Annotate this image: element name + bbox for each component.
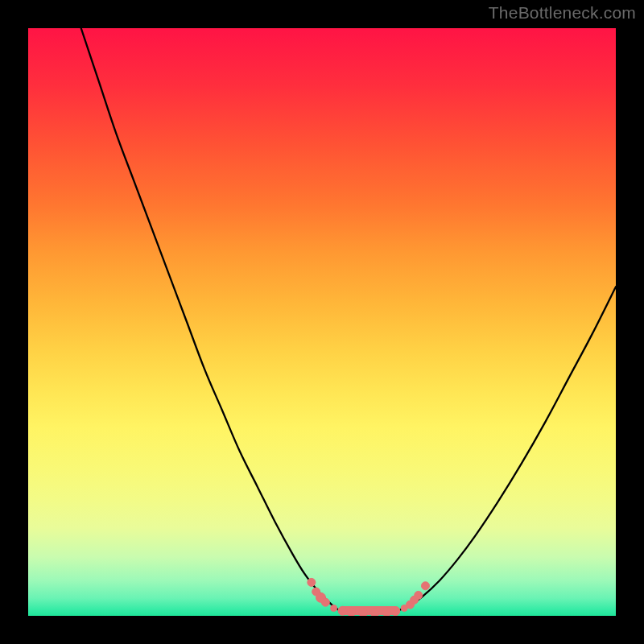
- watermark-text: TheBottleneck.com: [489, 3, 636, 23]
- chart-svg: [28, 28, 616, 616]
- marker-dot: [391, 607, 400, 616]
- marker-dot: [382, 608, 391, 616]
- marker-dot: [338, 606, 347, 615]
- right-curve-path: [398, 287, 616, 610]
- chart-frame: TheBottleneck.com: [0, 0, 644, 644]
- marker-dot: [370, 608, 379, 616]
- marker-dot: [331, 605, 337, 612]
- plot-area: [28, 28, 616, 616]
- marker-dot: [359, 608, 368, 616]
- marker-dot: [421, 582, 429, 590]
- marker-dot: [415, 591, 423, 599]
- marker-dot: [347, 608, 356, 616]
- marker-dot: [308, 578, 316, 586]
- marker-dot: [321, 598, 329, 606]
- left-curve-path: [81, 28, 340, 610]
